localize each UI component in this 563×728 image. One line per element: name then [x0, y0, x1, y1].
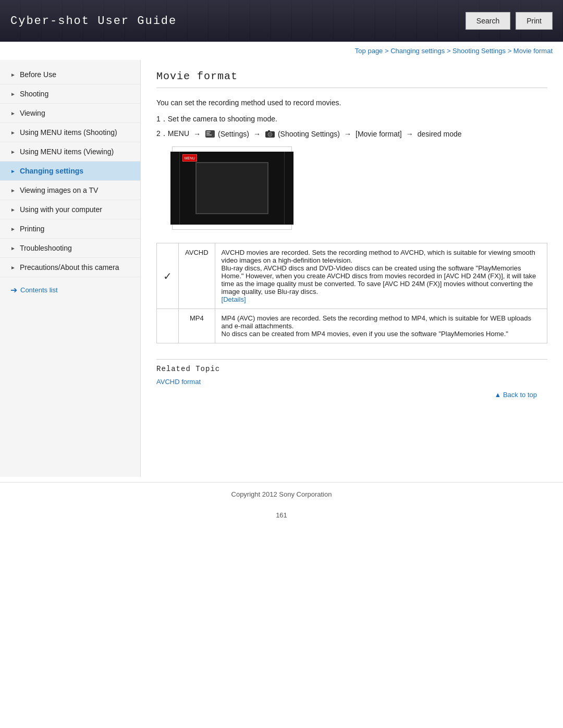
sidebar-label: Viewing	[20, 109, 45, 117]
sidebar-item-shooting[interactable]: ► Shooting	[0, 84, 140, 104]
step2-end: desired mode	[418, 130, 462, 138]
related-topic: Related Topic AVCHD format	[156, 359, 547, 386]
main-layout: ► Before Use ► Shooting ► Viewing ► Usin…	[0, 60, 563, 477]
copyright-text: Copyright 2012 Sony Corporation	[231, 490, 332, 498]
camera-side-right	[284, 152, 293, 225]
step-1: 1．Set the camera to shooting mode.	[156, 115, 547, 124]
back-to-top[interactable]: ▲ Back to top	[156, 386, 547, 404]
mp4-text-1: MP4 (AVC) movies are recorded. Sets the …	[222, 314, 531, 330]
arrow-icon: ►	[10, 149, 16, 155]
search-button[interactable]: Search	[466, 12, 510, 30]
camera-side-left	[170, 152, 180, 225]
sidebar-item-viewing[interactable]: ► Viewing	[0, 104, 140, 123]
breadcrumb-top[interactable]: Top page	[355, 47, 383, 55]
arrow-icon: ►	[10, 207, 16, 213]
step2-suffix: [Movie format]	[356, 130, 402, 138]
breadcrumb: Top page > Changing settings > Shooting …	[0, 42, 563, 60]
svg-rect-4	[206, 133, 210, 134]
mp4-content-cell: MP4 (AVC) movies are recorded. Sets the …	[215, 309, 547, 343]
arrow-right-icon4: →	[406, 130, 413, 138]
sidebar-label: Printing	[20, 225, 44, 233]
format-table: ✓ AVCHD AVCHD movies are recorded. Sets …	[156, 243, 547, 343]
sidebar-item-troubleshooting[interactable]: ► Troubleshooting	[0, 239, 140, 258]
sidebar-item-changing-settings[interactable]: ► Changing settings	[0, 162, 140, 181]
page-title: Movie format	[156, 70, 547, 88]
arrow-icon: ►	[10, 168, 16, 174]
arrow-icon: ►	[10, 110, 16, 116]
arrow-icon: ►	[10, 226, 16, 232]
arrow-icon: ►	[10, 130, 16, 135]
description-text: You can set the recording method used to…	[156, 98, 547, 107]
related-topic-title: Related Topic	[156, 365, 547, 373]
sidebar-item-before-use[interactable]: ► Before Use	[0, 65, 140, 84]
step-2: 2．MENU → (Settings) → (Shooting Settings…	[156, 129, 547, 139]
sidebar-item-computer[interactable]: ► Using with your computer	[0, 200, 140, 219]
breadcrumb-changing[interactable]: Changing settings	[390, 47, 445, 55]
mp4-text-2: No discs can be created from MP4 movies,…	[222, 330, 508, 338]
avchd-check-cell: ✓	[157, 243, 179, 309]
footer: Copyright 2012 Sony Corporation	[0, 482, 563, 506]
breadcrumb-current: Movie format	[513, 47, 553, 55]
sidebar-item-menu-viewing[interactable]: ► Using MENU items (Viewing)	[0, 142, 140, 162]
sidebar-item-precautions[interactable]: ► Precautions/About this camera	[0, 258, 140, 277]
camera-screen	[195, 162, 268, 214]
avchd-text-2: Blu-ray discs, AVCHD discs and DVD-Video…	[222, 264, 536, 295]
sidebar-label: Shooting	[20, 90, 48, 98]
mp4-check-cell	[157, 309, 179, 343]
sidebar-label: Using with your computer	[20, 205, 102, 214]
contents-list-label: Contents list	[20, 286, 58, 294]
step2-settings: (Settings)	[218, 130, 249, 138]
step2-prefix: 2．MENU	[156, 129, 189, 139]
arrow-icon: ►	[10, 265, 16, 270]
arrow-icon: ►	[10, 72, 16, 78]
svg-rect-5	[206, 134, 212, 135]
sidebar: ► Before Use ► Shooting ► Viewing ► Usin…	[0, 60, 141, 477]
arrow-icon: ►	[10, 245, 16, 251]
page-number: 161	[0, 506, 563, 524]
svg-rect-8	[268, 130, 270, 132]
header-buttons: Search Print	[466, 12, 553, 30]
sidebar-item-tv[interactable]: ► Viewing images on a TV	[0, 181, 140, 200]
sidebar-label: Viewing images on a TV	[20, 186, 98, 194]
sidebar-label: Precautions/About this camera	[20, 263, 119, 272]
sidebar-item-printing[interactable]: ► Printing	[0, 219, 140, 239]
details-link[interactable]: [Details]	[222, 295, 246, 303]
camera-body: MENU	[180, 152, 284, 225]
print-button[interactable]: Print	[516, 12, 553, 30]
settings-icon	[205, 130, 215, 138]
breadcrumb-shooting[interactable]: Shooting Settings	[452, 47, 506, 55]
back-to-top-link[interactable]: ▲ Back to top	[494, 391, 537, 399]
table-row-avchd: ✓ AVCHD AVCHD movies are recorded. Sets …	[157, 243, 547, 309]
arrow-icon: ►	[10, 188, 16, 193]
avchd-label-cell: AVCHD	[179, 243, 215, 309]
sidebar-label: Before Use	[20, 70, 56, 79]
sidebar-label: Troubleshooting	[20, 244, 72, 252]
main-content: Movie format You can set the recording m…	[141, 60, 563, 477]
menu-button-mock: MENU	[182, 154, 197, 162]
svg-rect-3	[206, 131, 211, 132]
app-title: Cyber-shot User Guide	[10, 15, 177, 28]
avchd-format-link[interactable]: AVCHD format	[156, 378, 201, 386]
arrow-right-icon2: →	[253, 130, 261, 138]
svg-point-7	[268, 132, 272, 137]
sidebar-label: Changing settings	[20, 167, 83, 175]
table-row-mp4: MP4 MP4 (AVC) movies are recorded. Sets …	[157, 309, 547, 343]
sidebar-label: Using MENU items (Shooting)	[20, 128, 117, 137]
contents-list-link[interactable]: ➔ Contents list	[0, 277, 140, 303]
checkmark-icon: ✓	[163, 270, 172, 282]
avchd-text-1: AVCHD movies are recorded. Sets the reco…	[222, 249, 535, 264]
sidebar-label: Using MENU items (Viewing)	[20, 147, 114, 156]
camera-image: MENU	[172, 146, 292, 230]
sidebar-item-menu-shooting[interactable]: ► Using MENU items (Shooting)	[0, 123, 140, 142]
contents-arrow-icon: ➔	[10, 285, 17, 295]
camera-icon	[265, 130, 275, 138]
header: Cyber-shot User Guide Search Print	[0, 0, 563, 42]
arrow-icon: ►	[10, 91, 16, 97]
arrow-right-icon3: →	[344, 130, 351, 138]
arrow-right-icon: →	[193, 130, 201, 138]
step2-shooting: (Shooting Settings)	[278, 130, 340, 138]
avchd-content-cell: AVCHD movies are recorded. Sets the reco…	[215, 243, 547, 309]
mp4-label-cell: MP4	[179, 309, 215, 343]
